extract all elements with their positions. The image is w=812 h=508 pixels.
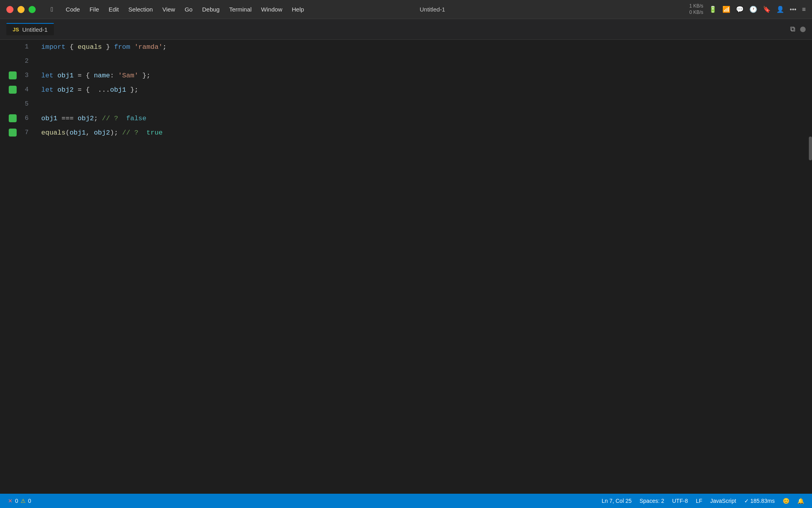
gutter-row-6: 6 — [0, 111, 29, 125]
var-obj1-ref: obj1 — [41, 115, 57, 122]
var-obj2-arg: obj2 — [94, 129, 110, 137]
scrollbar-thumb[interactable] — [809, 137, 812, 160]
menu-selection[interactable]: Selection — [124, 4, 157, 14]
fn-equals-call: equals — [41, 129, 65, 137]
title-bar-left:  Code File Edit Selection View Go Debug… — [6, 4, 308, 15]
kw-let-2: let — [41, 86, 54, 94]
menu-debug[interactable]: Debug — [198, 4, 224, 14]
perf-indicator: ✓ 185.83ms — [744, 498, 775, 504]
var-obj1-arg: obj1 — [69, 129, 86, 137]
apple-menu[interactable]:  — [47, 4, 57, 15]
code-line-6: obj1 === obj2 ; // ? false — [41, 111, 812, 125]
split-editor-icon[interactable]: ⧉ — [790, 25, 795, 33]
code-editor[interactable]: import { equals } from 'ramda' ; let obj… — [32, 40, 812, 494]
gutter-row-2: 2 — [0, 54, 29, 68]
warning-number: 0 — [28, 498, 31, 504]
line-ending[interactable]: LF — [696, 498, 702, 504]
code-line-3: let obj1 = { name : 'Sam' }; — [41, 68, 812, 83]
breakpoint-3[interactable] — [9, 71, 17, 79]
breakpoint-4[interactable] — [9, 86, 17, 94]
gutter: 1 2 3 4 5 6 7 — [0, 40, 32, 494]
warning-icon: ⚠ — [21, 498, 26, 504]
error-number: 0 — [15, 498, 18, 504]
wifi-icon: 📶 — [722, 6, 730, 13]
status-bar: ✕ 0 ⚠ 0 Ln 7, Col 25 Spaces: 2 UTF-8 LF … — [0, 494, 812, 508]
menu-bar:  Code File Edit Selection View Go Debug… — [47, 4, 308, 15]
gutter-row-7: 7 — [0, 125, 29, 140]
breakpoint-6[interactable] — [9, 114, 17, 122]
menu-view[interactable]: View — [158, 4, 179, 14]
line-number-1: 1 — [19, 43, 29, 50]
line-number-5: 5 — [19, 100, 29, 108]
str-ramda: 'ramda' — [134, 43, 163, 51]
emoji-feedback[interactable]: 😊 — [783, 498, 789, 504]
status-bar-right: Ln 7, Col 25 Spaces: 2 UTF-8 LF JavaScri… — [601, 498, 804, 504]
cursor-position[interactable]: Ln 7, Col 25 — [601, 498, 632, 504]
battery-icon: 🔋 — [709, 6, 717, 13]
editor-options-dot[interactable] — [800, 27, 806, 32]
line-number-3: 3 — [19, 72, 29, 79]
val-true: true — [146, 129, 163, 137]
kw-let-1: let — [41, 72, 54, 79]
breakpoint-7[interactable] — [9, 129, 17, 137]
js-icon: JS — [13, 27, 19, 33]
scrollbar[interactable] — [806, 40, 812, 494]
menu-edit[interactable]: Edit — [105, 4, 123, 14]
gutter-row-5: 5 — [0, 97, 29, 111]
title-bar-right: 1 KB/s 0 KB/s 🔋 📶 💬 🕐 🔖 👤 ••• ≡ — [557, 3, 806, 15]
code-line-5 — [41, 97, 812, 111]
menu-code[interactable]: Code — [62, 4, 84, 14]
encoding[interactable]: UTF-8 — [672, 498, 688, 504]
fn-equals: equals — [78, 43, 102, 51]
tab-right-icons: ⧉ — [57, 25, 806, 33]
gutter-row-3: 3 — [0, 68, 29, 83]
tab-name: Untitled-1 — [22, 26, 48, 33]
line-number-7: 7 — [19, 129, 29, 136]
title-bar:  Code File Edit Selection View Go Debug… — [0, 0, 812, 19]
line-number-4: 4 — [19, 86, 29, 93]
language-mode[interactable]: JavaScript — [710, 498, 736, 504]
error-count[interactable]: ✕ 0 ⚠ 0 — [8, 498, 31, 504]
avatar-icon: 👤 — [776, 6, 784, 13]
close-button[interactable] — [6, 6, 13, 13]
comment-2: // ? — [122, 129, 138, 137]
menu-file[interactable]: File — [86, 4, 103, 14]
breakpoint-5[interactable] — [9, 100, 17, 108]
kw-import: import — [41, 43, 65, 51]
wechat-icon: 💬 — [736, 6, 744, 13]
code-line-4: let obj2 = { ... obj1 }; — [41, 83, 812, 97]
menu-window[interactable]: Window — [257, 4, 286, 14]
indentation[interactable]: Spaces: 2 — [640, 498, 664, 504]
bookmark-icon: 🔖 — [763, 6, 771, 13]
code-line-2 — [41, 54, 812, 68]
minimize-button[interactable] — [17, 6, 25, 13]
tab-bar: JS Untitled-1 ⧉ — [0, 19, 812, 40]
list-icon[interactable]: ≡ — [802, 6, 806, 13]
var-obj1: obj1 — [57, 72, 74, 79]
val-false: false — [126, 115, 146, 122]
comment-1: // ? — [102, 115, 118, 122]
str-sam: 'Sam' — [118, 72, 138, 79]
breakpoint-2[interactable] — [9, 57, 17, 65]
maximize-button[interactable] — [29, 6, 36, 13]
more-icon[interactable]: ••• — [790, 6, 797, 13]
traffic-lights — [6, 6, 36, 13]
var-obj1-spread: obj1 — [110, 86, 126, 94]
tab-untitled1[interactable]: JS Untitled-1 — [6, 23, 54, 35]
code-line-1: import { equals } from 'ramda' ; — [41, 40, 812, 54]
menu-go[interactable]: Go — [181, 4, 197, 14]
op-strict-eq: === — [61, 115, 74, 122]
menu-help[interactable]: Help — [288, 4, 308, 14]
var-obj2: obj2 — [57, 86, 74, 94]
line-number-6: 6 — [19, 115, 29, 122]
gutter-row-1: 1 — [0, 40, 29, 54]
network-status: 1 KB/s 0 KB/s — [689, 3, 703, 15]
menu-terminal[interactable]: Terminal — [225, 4, 256, 14]
breakpoint-1[interactable] — [9, 43, 17, 51]
editor-container: 1 2 3 4 5 6 7 — [0, 40, 812, 494]
notification-bell[interactable]: 🔔 — [797, 498, 804, 504]
line-number-2: 2 — [19, 58, 29, 65]
kw-from: from — [114, 43, 130, 51]
error-icon: ✕ — [8, 498, 13, 504]
prop-name: name — [94, 72, 110, 79]
